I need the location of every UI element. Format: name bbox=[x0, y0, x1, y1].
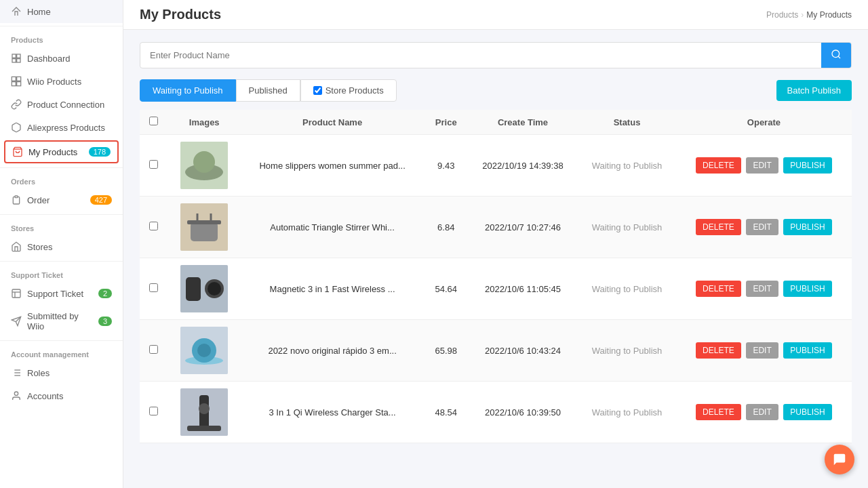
product-price-1: 9.43 bbox=[425, 135, 468, 197]
publish-button-3[interactable]: PUBLISH bbox=[783, 281, 831, 297]
sidebar-item-order[interactable]: Order 427 bbox=[0, 188, 123, 211]
sidebar-item-accounts[interactable]: Accounts bbox=[0, 384, 123, 407]
product-name-4: 2022 novo original rápido 3 em... bbox=[240, 320, 424, 382]
store-products-checkbox[interactable] bbox=[313, 86, 322, 95]
row-checkbox-5[interactable] bbox=[149, 407, 158, 415]
edit-button-2[interactable]: EDIT bbox=[746, 219, 778, 235]
my-products-badge: 178 bbox=[89, 147, 111, 157]
product-operate-4: DELETE EDIT PUBLISH bbox=[676, 320, 852, 382]
svg-rect-31 bbox=[186, 277, 201, 301]
product-name-5: 3 In 1 Qi Wireless Charger Sta... bbox=[240, 382, 424, 443]
delete-button-5[interactable]: DELETE bbox=[696, 404, 741, 420]
delete-button-1[interactable]: DELETE bbox=[696, 157, 741, 174]
delete-button-4[interactable]: DELETE bbox=[696, 342, 741, 359]
publish-button-2[interactable]: PUBLISH bbox=[783, 219, 831, 235]
tab-store-products[interactable]: Store Products bbox=[300, 79, 397, 102]
table-row: Automatic Triangle Stirrer Whi... 6.84 2… bbox=[140, 197, 852, 258]
product-status-5: Waiting to Publish bbox=[578, 382, 676, 443]
search-input[interactable] bbox=[140, 44, 821, 66]
edit-button-1[interactable]: EDIT bbox=[746, 157, 778, 174]
svg-rect-40 bbox=[187, 426, 221, 431]
product-operate-2: DELETE EDIT PUBLISH bbox=[676, 197, 852, 258]
col-operate: Operate bbox=[676, 110, 852, 135]
product-image-3 bbox=[180, 265, 228, 312]
product-status-4: Waiting to Publish bbox=[578, 320, 676, 382]
chat-button[interactable] bbox=[825, 445, 854, 474]
sidebar-item-my-products[interactable]: My Products 178 bbox=[4, 140, 119, 163]
row-checkbox-1[interactable] bbox=[149, 160, 158, 169]
store-icon bbox=[11, 241, 22, 252]
link-icon bbox=[11, 99, 22, 110]
delete-button-2[interactable]: DELETE bbox=[696, 219, 741, 235]
col-product-name: Product Name bbox=[240, 110, 424, 135]
dashboard-icon bbox=[11, 53, 22, 64]
row-checkbox-4[interactable] bbox=[149, 345, 158, 354]
product-status-1: Waiting to Publish bbox=[578, 135, 676, 197]
sidebar: Home Products Dashboard Wiio Products Pr… bbox=[0, 0, 123, 488]
svg-rect-10 bbox=[12, 289, 20, 298]
publish-button-5[interactable]: PUBLISH bbox=[783, 404, 831, 420]
product-name-1: Home slippers women summer pad... bbox=[240, 135, 424, 197]
sidebar-item-wiio-products[interactable]: Wiio Products bbox=[0, 70, 123, 93]
sidebar-item-home[interactable]: Home bbox=[0, 0, 123, 23]
svg-rect-7 bbox=[17, 82, 21, 86]
select-all-checkbox[interactable] bbox=[149, 117, 158, 125]
batch-publish-button[interactable]: Batch Publish bbox=[776, 80, 852, 101]
col-images: Images bbox=[168, 110, 241, 135]
publish-button-4[interactable]: PUBLISH bbox=[783, 342, 831, 359]
publish-button-1[interactable]: PUBLISH bbox=[783, 157, 831, 174]
svg-point-24 bbox=[193, 151, 215, 173]
breadcrumb: Products › My Products bbox=[766, 10, 852, 20]
grid-icon bbox=[11, 76, 22, 87]
sidebar-item-submitted-by-wiio[interactable]: Submitted by Wiio 3 bbox=[0, 305, 123, 338]
sidebar-item-dashboard[interactable]: Dashboard bbox=[0, 47, 123, 70]
table-row: Home slippers women summer pad... 9.43 2… bbox=[140, 135, 852, 197]
tab-published[interactable]: Published bbox=[236, 79, 300, 102]
product-price-3: 54.64 bbox=[425, 258, 468, 320]
table-header-row: Images Product Name Price Create Time St… bbox=[140, 110, 852, 135]
col-checkbox bbox=[140, 110, 168, 135]
sidebar-item-stores[interactable]: Stores bbox=[0, 235, 123, 258]
product-status-3: Waiting to Publish bbox=[578, 258, 676, 320]
sidebar-item-roles[interactable]: Roles bbox=[0, 361, 123, 384]
edit-button-4[interactable]: EDIT bbox=[746, 342, 778, 359]
product-status-2: Waiting to Publish bbox=[578, 197, 676, 258]
svg-rect-4 bbox=[12, 77, 16, 81]
svg-point-20 bbox=[832, 50, 840, 58]
svg-rect-0 bbox=[12, 54, 16, 58]
delete-button-3[interactable]: DELETE bbox=[696, 281, 741, 297]
product-create-time-3: 2022/10/6 11:05:45 bbox=[468, 258, 578, 320]
breadcrumb-parent[interactable]: Products bbox=[766, 10, 798, 20]
search-button[interactable] bbox=[821, 43, 851, 68]
edit-button-5[interactable]: EDIT bbox=[746, 404, 778, 420]
edit-button-3[interactable]: EDIT bbox=[746, 281, 778, 297]
accounts-icon bbox=[11, 390, 22, 401]
row-checkbox-3[interactable] bbox=[149, 283, 158, 292]
col-status: Status bbox=[578, 110, 676, 135]
submitted-icon bbox=[11, 316, 22, 327]
breadcrumb-current: My Products bbox=[806, 10, 852, 20]
main-area: My Products Products › My Products Waiti… bbox=[123, 0, 868, 488]
product-tabs: Waiting to Publish Published Store Produ… bbox=[140, 79, 397, 102]
row-checkbox-2[interactable] bbox=[149, 222, 158, 230]
order-icon bbox=[11, 195, 22, 205]
tab-waiting-to-publish[interactable]: Waiting to Publish bbox=[140, 79, 236, 102]
product-table: Images Product Name Price Create Time St… bbox=[140, 110, 852, 443]
chat-icon bbox=[832, 452, 847, 467]
home-icon bbox=[11, 6, 22, 17]
product-create-time-2: 2022/10/7 10:27:46 bbox=[468, 197, 578, 258]
sidebar-section-orders: Orders bbox=[0, 171, 123, 188]
col-price: Price bbox=[425, 110, 468, 135]
tabs-row: Waiting to Publish Published Store Produ… bbox=[140, 79, 852, 102]
sidebar-item-aliexpress-products[interactable]: Aliexpress Products bbox=[0, 116, 123, 139]
product-image-4 bbox=[180, 327, 228, 374]
sidebar-item-support-ticket[interactable]: Support Ticket 2 bbox=[0, 282, 123, 305]
product-operate-5: DELETE EDIT PUBLISH bbox=[676, 382, 852, 443]
order-badge: 427 bbox=[90, 195, 112, 205]
search-bar bbox=[140, 42, 852, 68]
svg-point-33 bbox=[208, 282, 221, 296]
support-ticket-badge: 2 bbox=[98, 289, 112, 298]
product-image-2 bbox=[180, 203, 228, 251]
svg-point-19 bbox=[14, 392, 18, 395]
sidebar-item-product-connection[interactable]: Product Connection bbox=[0, 93, 123, 116]
